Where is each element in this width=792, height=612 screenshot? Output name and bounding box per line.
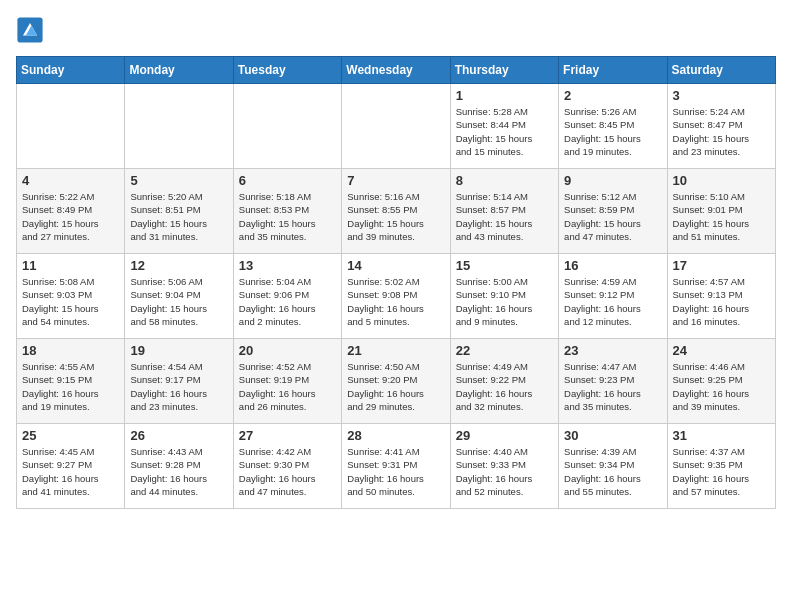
day-number: 3 xyxy=(673,88,770,103)
day-number: 12 xyxy=(130,258,227,273)
day-number: 30 xyxy=(564,428,661,443)
day-number: 31 xyxy=(673,428,770,443)
day-info: Sunrise: 5:02 AM Sunset: 9:08 PM Dayligh… xyxy=(347,275,444,328)
day-number: 10 xyxy=(673,173,770,188)
day-number: 2 xyxy=(564,88,661,103)
day-number: 8 xyxy=(456,173,553,188)
day-info: Sunrise: 4:37 AM Sunset: 9:35 PM Dayligh… xyxy=(673,445,770,498)
day-cell: 31Sunrise: 4:37 AM Sunset: 9:35 PM Dayli… xyxy=(667,424,775,509)
day-info: Sunrise: 5:16 AM Sunset: 8:55 PM Dayligh… xyxy=(347,190,444,243)
day-cell: 17Sunrise: 4:57 AM Sunset: 9:13 PM Dayli… xyxy=(667,254,775,339)
day-info: Sunrise: 4:50 AM Sunset: 9:20 PM Dayligh… xyxy=(347,360,444,413)
day-cell xyxy=(233,84,341,169)
day-info: Sunrise: 4:54 AM Sunset: 9:17 PM Dayligh… xyxy=(130,360,227,413)
day-cell: 11Sunrise: 5:08 AM Sunset: 9:03 PM Dayli… xyxy=(17,254,125,339)
day-number: 17 xyxy=(673,258,770,273)
day-info: Sunrise: 5:06 AM Sunset: 9:04 PM Dayligh… xyxy=(130,275,227,328)
day-number: 18 xyxy=(22,343,119,358)
logo xyxy=(16,16,46,44)
day-info: Sunrise: 4:46 AM Sunset: 9:25 PM Dayligh… xyxy=(673,360,770,413)
page-header xyxy=(16,16,776,44)
day-number: 24 xyxy=(673,343,770,358)
calendar-table: SundayMondayTuesdayWednesdayThursdayFrid… xyxy=(16,56,776,509)
day-cell: 27Sunrise: 4:42 AM Sunset: 9:30 PM Dayli… xyxy=(233,424,341,509)
day-cell: 22Sunrise: 4:49 AM Sunset: 9:22 PM Dayli… xyxy=(450,339,558,424)
day-number: 22 xyxy=(456,343,553,358)
day-number: 7 xyxy=(347,173,444,188)
week-row-4: 18Sunrise: 4:55 AM Sunset: 9:15 PM Dayli… xyxy=(17,339,776,424)
day-number: 25 xyxy=(22,428,119,443)
day-cell: 26Sunrise: 4:43 AM Sunset: 9:28 PM Dayli… xyxy=(125,424,233,509)
week-row-3: 11Sunrise: 5:08 AM Sunset: 9:03 PM Dayli… xyxy=(17,254,776,339)
day-number: 29 xyxy=(456,428,553,443)
day-info: Sunrise: 4:45 AM Sunset: 9:27 PM Dayligh… xyxy=(22,445,119,498)
day-info: Sunrise: 5:24 AM Sunset: 8:47 PM Dayligh… xyxy=(673,105,770,158)
day-info: Sunrise: 5:12 AM Sunset: 8:59 PM Dayligh… xyxy=(564,190,661,243)
day-info: Sunrise: 5:18 AM Sunset: 8:53 PM Dayligh… xyxy=(239,190,336,243)
day-info: Sunrise: 4:57 AM Sunset: 9:13 PM Dayligh… xyxy=(673,275,770,328)
day-cell: 3Sunrise: 5:24 AM Sunset: 8:47 PM Daylig… xyxy=(667,84,775,169)
day-info: Sunrise: 4:42 AM Sunset: 9:30 PM Dayligh… xyxy=(239,445,336,498)
day-cell: 19Sunrise: 4:54 AM Sunset: 9:17 PM Dayli… xyxy=(125,339,233,424)
day-cell: 13Sunrise: 5:04 AM Sunset: 9:06 PM Dayli… xyxy=(233,254,341,339)
day-info: Sunrise: 4:49 AM Sunset: 9:22 PM Dayligh… xyxy=(456,360,553,413)
day-cell: 6Sunrise: 5:18 AM Sunset: 8:53 PM Daylig… xyxy=(233,169,341,254)
day-header-friday: Friday xyxy=(559,57,667,84)
day-header-sunday: Sunday xyxy=(17,57,125,84)
day-header-thursday: Thursday xyxy=(450,57,558,84)
day-number: 26 xyxy=(130,428,227,443)
day-cell: 20Sunrise: 4:52 AM Sunset: 9:19 PM Dayli… xyxy=(233,339,341,424)
day-cell xyxy=(17,84,125,169)
day-info: Sunrise: 4:43 AM Sunset: 9:28 PM Dayligh… xyxy=(130,445,227,498)
day-cell: 25Sunrise: 4:45 AM Sunset: 9:27 PM Dayli… xyxy=(17,424,125,509)
day-cell xyxy=(125,84,233,169)
day-number: 11 xyxy=(22,258,119,273)
day-cell: 8Sunrise: 5:14 AM Sunset: 8:57 PM Daylig… xyxy=(450,169,558,254)
day-cell: 4Sunrise: 5:22 AM Sunset: 8:49 PM Daylig… xyxy=(17,169,125,254)
day-info: Sunrise: 4:40 AM Sunset: 9:33 PM Dayligh… xyxy=(456,445,553,498)
day-info: Sunrise: 5:20 AM Sunset: 8:51 PM Dayligh… xyxy=(130,190,227,243)
day-info: Sunrise: 4:39 AM Sunset: 9:34 PM Dayligh… xyxy=(564,445,661,498)
day-cell: 24Sunrise: 4:46 AM Sunset: 9:25 PM Dayli… xyxy=(667,339,775,424)
day-cell: 30Sunrise: 4:39 AM Sunset: 9:34 PM Dayli… xyxy=(559,424,667,509)
day-cell: 16Sunrise: 4:59 AM Sunset: 9:12 PM Dayli… xyxy=(559,254,667,339)
day-info: Sunrise: 4:59 AM Sunset: 9:12 PM Dayligh… xyxy=(564,275,661,328)
day-info: Sunrise: 4:47 AM Sunset: 9:23 PM Dayligh… xyxy=(564,360,661,413)
day-cell: 29Sunrise: 4:40 AM Sunset: 9:33 PM Dayli… xyxy=(450,424,558,509)
day-info: Sunrise: 5:04 AM Sunset: 9:06 PM Dayligh… xyxy=(239,275,336,328)
day-header-monday: Monday xyxy=(125,57,233,84)
day-cell: 9Sunrise: 5:12 AM Sunset: 8:59 PM Daylig… xyxy=(559,169,667,254)
day-number: 27 xyxy=(239,428,336,443)
day-number: 1 xyxy=(456,88,553,103)
day-number: 9 xyxy=(564,173,661,188)
day-info: Sunrise: 5:26 AM Sunset: 8:45 PM Dayligh… xyxy=(564,105,661,158)
logo-icon xyxy=(16,16,44,44)
day-info: Sunrise: 5:08 AM Sunset: 9:03 PM Dayligh… xyxy=(22,275,119,328)
day-number: 15 xyxy=(456,258,553,273)
week-row-1: 1Sunrise: 5:28 AM Sunset: 8:44 PM Daylig… xyxy=(17,84,776,169)
day-cell: 28Sunrise: 4:41 AM Sunset: 9:31 PM Dayli… xyxy=(342,424,450,509)
day-number: 21 xyxy=(347,343,444,358)
day-info: Sunrise: 4:55 AM Sunset: 9:15 PM Dayligh… xyxy=(22,360,119,413)
day-number: 13 xyxy=(239,258,336,273)
day-info: Sunrise: 4:41 AM Sunset: 9:31 PM Dayligh… xyxy=(347,445,444,498)
day-number: 19 xyxy=(130,343,227,358)
day-cell: 23Sunrise: 4:47 AM Sunset: 9:23 PM Dayli… xyxy=(559,339,667,424)
day-number: 4 xyxy=(22,173,119,188)
day-info: Sunrise: 5:14 AM Sunset: 8:57 PM Dayligh… xyxy=(456,190,553,243)
day-number: 28 xyxy=(347,428,444,443)
week-row-5: 25Sunrise: 4:45 AM Sunset: 9:27 PM Dayli… xyxy=(17,424,776,509)
day-cell: 7Sunrise: 5:16 AM Sunset: 8:55 PM Daylig… xyxy=(342,169,450,254)
day-cell: 12Sunrise: 5:06 AM Sunset: 9:04 PM Dayli… xyxy=(125,254,233,339)
day-number: 23 xyxy=(564,343,661,358)
day-number: 16 xyxy=(564,258,661,273)
day-number: 14 xyxy=(347,258,444,273)
day-header-saturday: Saturday xyxy=(667,57,775,84)
header-row: SundayMondayTuesdayWednesdayThursdayFrid… xyxy=(17,57,776,84)
day-info: Sunrise: 4:52 AM Sunset: 9:19 PM Dayligh… xyxy=(239,360,336,413)
day-cell: 15Sunrise: 5:00 AM Sunset: 9:10 PM Dayli… xyxy=(450,254,558,339)
day-header-tuesday: Tuesday xyxy=(233,57,341,84)
day-number: 5 xyxy=(130,173,227,188)
day-cell: 14Sunrise: 5:02 AM Sunset: 9:08 PM Dayli… xyxy=(342,254,450,339)
day-cell: 5Sunrise: 5:20 AM Sunset: 8:51 PM Daylig… xyxy=(125,169,233,254)
